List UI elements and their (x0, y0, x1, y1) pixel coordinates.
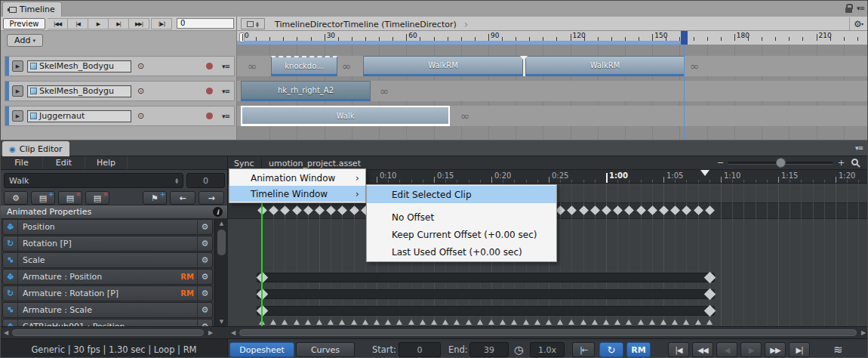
frame-marker-triangle[interactable] (534, 319, 540, 325)
play-backwards-button[interactable]: ◀ (716, 342, 737, 357)
context-submenu-item[interactable]: Keep Current Offset (+0.00 sec) (367, 226, 556, 243)
magnifier-icon[interactable] (851, 159, 858, 165)
gear-icon[interactable]: ⚙ (197, 270, 212, 284)
gear-icon[interactable]: ⚙ (197, 236, 212, 251)
layers-icon[interactable]: ≋ (833, 339, 842, 358)
frame-marker-triangle[interactable] (580, 319, 586, 325)
track-menu-icon[interactable]: ▾≡ (222, 113, 229, 120)
track-header[interactable]: ▶SkelMesh_Bodygu⊙▾≡ (5, 81, 235, 101)
breadcrumb[interactable]: TimelineDirectorTimeline (TimelineDirect… (270, 18, 472, 30)
menu-file[interactable]: File (1, 156, 43, 169)
playhead-line[interactable] (261, 184, 263, 326)
track-object-field[interactable]: SkelMesh_Bodygu (27, 60, 131, 73)
track-object-field[interactable]: SkelMesh_Bodygu (27, 85, 131, 97)
frame-marker-triangle[interactable] (466, 319, 472, 325)
frame-marker-triangle[interactable] (500, 319, 506, 325)
info-icon[interactable]: i (213, 207, 223, 217)
frame-marker-triangle[interactable] (557, 319, 563, 325)
frame-marker-triangle[interactable] (442, 319, 448, 325)
scroll-up-icon[interactable]: ▲ (215, 219, 228, 228)
lock-icon[interactable] (845, 8, 852, 13)
dopesheet-horizontal-scrollbar[interactable]: ◀ ▶ (228, 326, 868, 338)
frame-marker-triangle[interactable] (568, 319, 574, 325)
frame-marker-triangle[interactable] (351, 319, 357, 325)
tab-dopesheet[interactable]: Dopesheet (229, 342, 294, 357)
tab-clip-editor[interactable]: ◉ Clip Editor (2, 141, 69, 156)
frame-marker-triangle[interactable] (649, 319, 655, 325)
next-clip-button[interactable]: → (199, 191, 224, 205)
scrollbar-thumb[interactable] (12, 329, 204, 336)
track-header[interactable]: ▶Juggernaut⊙▾≡ (5, 106, 235, 126)
next-key-button[interactable]: ▶▶ (765, 342, 786, 357)
properties-horizontal-scrollbar[interactable]: ◀ ▶ (1, 326, 228, 338)
play-button[interactable]: ▶ (740, 342, 762, 357)
scrollbar-thumb[interactable] (217, 230, 226, 255)
property-row[interactable]: ↔↕Position⚙ (2, 219, 213, 235)
delete-clip-button[interactable]: ▤✕ (58, 191, 82, 205)
zoom-slider-thumb[interactable] (776, 158, 786, 168)
track-menu-icon[interactable]: ▾≡ (222, 88, 229, 95)
first-frame-button[interactable]: |◀ (668, 342, 689, 357)
frame-marker-triangle[interactable] (511, 319, 517, 325)
expand-icon[interactable]: ▶ (12, 85, 23, 97)
timeline-frame-field[interactable]: 0 (177, 18, 234, 29)
gear-icon[interactable]: ⚙ (197, 319, 212, 326)
playback-speed-icon[interactable]: ◷ (514, 339, 523, 358)
frame-marker-triangle[interactable] (614, 319, 620, 325)
prev-key-button[interactable]: ◀◀ (692, 342, 713, 357)
keyframe-range-bar[interactable] (257, 273, 715, 282)
property-row[interactable]: ↻Rotation [P]⚙ (2, 236, 213, 252)
frame-marker-triangle[interactable] (374, 319, 380, 325)
scroll-left-icon[interactable]: ◀ (228, 327, 239, 338)
next-frame-button[interactable]: ▶| (109, 18, 129, 29)
frame-marker-triangle[interactable] (672, 319, 678, 325)
track-header[interactable]: ▶SkelMesh_Bodygu⊙▾≡ (5, 56, 235, 76)
clip[interactable]: WalkRM (363, 56, 523, 76)
goto-end-button[interactable]: ▶▶| (129, 18, 149, 29)
add-clip-button[interactable]: ▤+ (31, 191, 55, 205)
scroll-left-icon[interactable]: ◀ (1, 327, 11, 338)
start-field[interactable]: 0 (399, 342, 441, 357)
pane-menu-icon[interactable]: ▾≡ (857, 5, 864, 12)
record-dot-icon[interactable] (206, 113, 213, 119)
frame-marker-triangle[interactable] (477, 319, 483, 325)
clip[interactable]: Walk (241, 106, 450, 126)
frame-marker-triangle[interactable] (546, 319, 552, 325)
scrollbar-thumb[interactable] (239, 329, 857, 336)
frame-marker-triangle[interactable] (523, 319, 529, 325)
record-dot-icon[interactable] (206, 63, 213, 69)
frame-marker-triangle[interactable] (431, 319, 437, 325)
context-submenu-item[interactable]: Last Used Offset (+0.00 sec) (367, 243, 556, 261)
last-frame-button[interactable]: ▶| (789, 342, 810, 357)
clip[interactable]: knockdo... (271, 56, 337, 76)
frame-marker-triangle[interactable] (385, 319, 391, 325)
context-menu-item[interactable]: Animation Window› (229, 170, 365, 186)
track-object-field[interactable]: Juggernaut (27, 110, 131, 122)
expand-icon[interactable]: ▶ (12, 60, 23, 72)
clip-select-dropdown[interactable]: Walk ▲▼ (4, 173, 183, 188)
frame-marker-triangle[interactable] (396, 319, 402, 325)
context-submenu-item[interactable]: No Offset (367, 208, 556, 226)
frame-marker-triangle[interactable] (408, 319, 414, 325)
frame-marker-triangle[interactable] (282, 319, 288, 325)
zoom-slider[interactable] (728, 162, 833, 165)
timeline-settings-button[interactable]: ⚙▾ (849, 17, 867, 30)
range-end-marker-icon[interactable] (700, 170, 709, 176)
frame-marker-triangle[interactable] (488, 319, 494, 325)
play-button[interactable]: ▶ (88, 18, 109, 29)
zoom-out-icon[interactable]: − (717, 158, 724, 168)
root-motion-toggle[interactable]: RM (626, 342, 651, 357)
frame-marker-triangle[interactable] (706, 319, 713, 325)
add-button[interactable]: Add ▾ (7, 34, 43, 47)
prev-clip-button[interactable]: ← (170, 191, 195, 205)
clip[interactable]: WalkRM (525, 56, 685, 76)
pane-menu-icon[interactable]: ▾≡ (855, 144, 863, 152)
property-row[interactable]: ↻Armature : Rotation [P]RM⚙ (2, 285, 213, 301)
expand-icon[interactable]: ▶ (12, 110, 23, 122)
speed-field[interactable]: 1.0x (530, 342, 565, 357)
target-icon[interactable]: ⊙ (137, 86, 144, 96)
clip-settings-button[interactable]: ⚙ (4, 191, 28, 205)
property-row[interactable]: ↔↕CATRigHub001 : Position⚙ (2, 319, 213, 326)
context-menu-item[interactable]: Timeline Window› (229, 186, 365, 202)
context-submenu-item[interactable]: Edit Selected Clip (367, 186, 556, 203)
